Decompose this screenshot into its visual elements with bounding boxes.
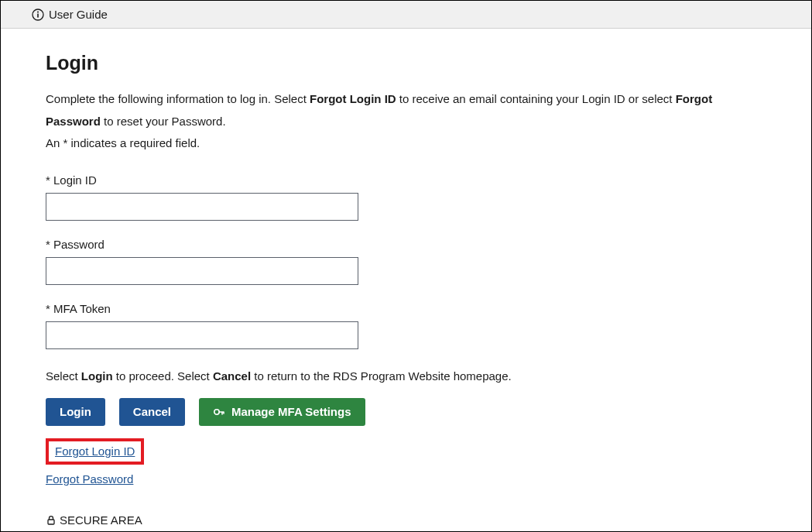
window-frame: User Guide Login Complete the following … (0, 0, 812, 532)
mfa-token-group: * MFA Token (46, 302, 766, 349)
instructions-text: Complete the following information to lo… (46, 88, 766, 155)
mfa-token-input[interactable] (46, 321, 358, 349)
help-line: Select Login to proceed. Select Cancel t… (46, 369, 766, 383)
page-title: Login (46, 52, 766, 74)
cancel-button[interactable]: Cancel (119, 398, 185, 426)
required-note: An * indicates a required field. (46, 132, 766, 155)
forgot-login-id-link[interactable]: Forgot Login ID (55, 444, 135, 458)
password-input[interactable] (46, 257, 358, 285)
login-id-label: * Login ID (46, 173, 766, 187)
svg-point-1 (37, 11, 39, 12)
lock-icon (46, 515, 57, 526)
svg-rect-2 (37, 13, 39, 17)
instructions-part2: to receive an email containing your Logi… (396, 92, 676, 105)
button-row: Login Cancel Manage MFA Settings (46, 398, 766, 426)
help-part2: to proceed. Select (113, 369, 213, 383)
instructions-strong1: Forgot Login ID (310, 92, 396, 105)
forgot-password-link[interactable]: Forgot Password (46, 472, 133, 486)
link-stack: Forgot Login ID Forgot Password (46, 438, 766, 486)
password-label: * Password (46, 238, 766, 251)
help-part3: to return to the RDS Program Website hom… (251, 369, 512, 383)
main-content: Login Complete the following information… (1, 29, 811, 501)
forgot-login-highlight: Forgot Login ID (46, 438, 144, 465)
login-id-group: * Login ID (46, 173, 766, 221)
manage-mfa-button[interactable]: Manage MFA Settings (199, 398, 365, 426)
help-strong1: Login (81, 369, 113, 383)
secure-area-text: SECURE AREA (60, 513, 142, 527)
login-button[interactable]: Login (46, 398, 105, 426)
key-icon (213, 406, 225, 418)
secure-area-label: SECURE AREA (46, 513, 142, 527)
help-strong2: Cancel (213, 369, 251, 383)
info-icon (32, 9, 44, 21)
instructions-part1: Complete the following information to lo… (46, 92, 310, 105)
mfa-token-label: * MFA Token (46, 302, 766, 315)
svg-rect-4 (48, 520, 54, 524)
instructions-part3: to reset your Password. (101, 115, 226, 128)
user-guide-link[interactable]: User Guide (49, 8, 108, 21)
login-id-input[interactable] (46, 193, 358, 221)
help-part1: Select (46, 369, 81, 383)
top-bar: User Guide (1, 1, 811, 29)
manage-mfa-label: Manage MFA Settings (231, 405, 351, 418)
password-group: * Password (46, 238, 766, 285)
